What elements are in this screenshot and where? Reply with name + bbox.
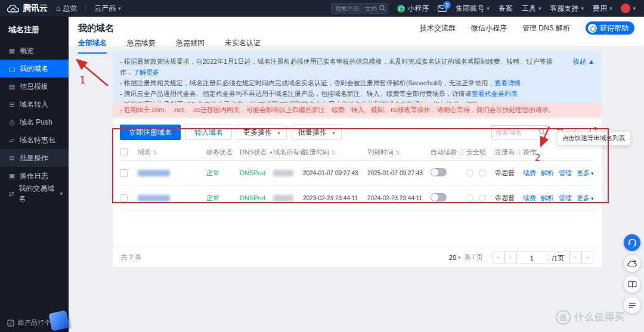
- chevron-down-icon: ▾: [458, 255, 461, 260]
- row-checkbox[interactable]: [120, 169, 128, 177]
- survey-button[interactable]: [624, 297, 640, 314]
- resolve-link[interactable]: 解析: [541, 169, 554, 176]
- feedback-icon: [7, 319, 14, 327]
- search-icon: [538, 128, 546, 135]
- next-page-button[interactable]: ›: [569, 252, 581, 263]
- get-help-button[interactable]: 获得帮助: [586, 21, 634, 35]
- registered-time: 2024-01-07 09:27:43: [303, 160, 367, 185]
- grid-icon: ▦: [8, 47, 16, 55]
- rate-product[interactable]: 给产品打个分: [0, 318, 69, 327]
- sidebar-item-my-domains[interactable]: ▢ 我的域名: [0, 60, 69, 77]
- link-wechat-miniprogram[interactable]: 微信小程序: [471, 23, 507, 33]
- table-header-row: 域名 ⇅ 服务状态 DNS状态 ▼ 域名所有者 注册时间 ⇅ 到期时间 ⇅ 自动…: [120, 145, 595, 160]
- documentation-button[interactable]: [624, 276, 640, 293]
- search-icon: [379, 5, 386, 11]
- current-page-input[interactable]: 1: [516, 252, 547, 263]
- help-icon: [588, 24, 597, 33]
- more-link[interactable]: 更多: [577, 169, 590, 176]
- nav-billing[interactable]: 费用 ▾: [593, 4, 612, 14]
- renew-link[interactable]: 续费: [523, 194, 536, 201]
- sort-icon[interactable]: ⇅: [153, 150, 157, 156]
- domain-name-redacted[interactable]: [138, 195, 170, 201]
- annotation-arrow-1: [77, 60, 108, 86]
- brand[interactable]: 腾讯云: [7, 3, 48, 14]
- topbar: 腾讯云 ⌂ 总览 云产品 ▾ 小程序 9: [0, 0, 644, 17]
- domain-owner-redacted: [273, 195, 293, 201]
- sidebar-item-overview[interactable]: ▦ 概览: [0, 42, 69, 60]
- sort-icon[interactable]: ⇅: [395, 150, 400, 156]
- push-icon: ◎: [8, 119, 16, 126]
- nav-mini-program[interactable]: 小程序: [397, 4, 429, 14]
- transfer-lock-icon[interactable]: [466, 194, 473, 202]
- tencent-cloud-logo-icon: [7, 5, 19, 13]
- domain-name-redacted[interactable]: [138, 170, 170, 176]
- page-size-select[interactable]: 20 ▾: [449, 254, 461, 261]
- sort-icon[interactable]: ⇅: [331, 150, 336, 156]
- more-link[interactable]: 更多: [577, 194, 590, 201]
- new-feature-dot: [594, 127, 597, 130]
- update-lock-icon[interactable]: [479, 169, 486, 177]
- domain-table: 域名 ⇅ 服务状态 DNS状态 ▼ 域名所有者 注册时间 ⇅ 到期时间 ⇅ 自动…: [120, 145, 595, 211]
- select-all-checkbox[interactable]: [120, 148, 128, 156]
- batch-actions-button[interactable]: 批量操作 ▾: [292, 125, 342, 140]
- customer-service-button[interactable]: [624, 234, 640, 251]
- auto-renew-toggle[interactable]: [431, 193, 447, 201]
- open-book-icon: [628, 281, 637, 288]
- info-icon[interactable]: ⓘ: [516, 149, 522, 156]
- sidebar-item-domain-push[interactable]: ◎ 域名 Push: [0, 113, 69, 131]
- link-view-details[interactable]: 查看详情: [494, 79, 521, 86]
- sidebar-item-transfer-in[interactable]: ⊟ 域名转入: [0, 95, 69, 113]
- tab-renew-urgent[interactable]: 急需续费: [127, 38, 156, 54]
- sidebar-item-discount-package[interactable]: ▱ 域名特惠包: [0, 131, 69, 149]
- watermark-text: 什么值得买: [574, 311, 625, 324]
- tab-all-domains[interactable]: 全部域名: [78, 38, 107, 54]
- link-manage-dns[interactable]: 管理 DNS 解析: [522, 23, 570, 33]
- transfer-lock-icon[interactable]: [466, 169, 473, 177]
- collapse-notice-link[interactable]: 收起 ▲: [573, 56, 595, 67]
- tab-redeem-urgent[interactable]: 急需赎回: [176, 38, 205, 54]
- update-lock-icon[interactable]: [479, 194, 486, 202]
- domain-icon: ▢: [8, 65, 16, 73]
- sidebar-item-batch-operations[interactable]: ⧉ 批量操作: [0, 149, 69, 167]
- sidebar-item-my-trading-domains[interactable]: ⇄ 我的交易域名 ▾: [0, 185, 69, 203]
- domain-search[interactable]: [491, 125, 549, 139]
- transfer-domain-button[interactable]: 转入域名: [185, 125, 232, 140]
- manage-link[interactable]: 管理: [559, 194, 572, 201]
- renew-link[interactable]: 续费: [523, 169, 536, 176]
- first-page-button[interactable]: «: [493, 252, 504, 263]
- register-domain-button[interactable]: 立即注册域名: [120, 125, 181, 140]
- auto-renew-toggle[interactable]: [431, 168, 447, 176]
- domain-owner-redacted: [273, 170, 293, 176]
- brand-name: 腾讯云: [23, 3, 48, 14]
- link-voucher-list[interactable]: 查看代金券列表: [472, 90, 518, 97]
- manage-link[interactable]: 管理: [559, 169, 572, 176]
- divider: [85, 5, 86, 12]
- sidebar-item-info-template[interactable]: ▤ 信息模板: [0, 77, 69, 95]
- nav-messages[interactable]: 9: [438, 5, 447, 12]
- tab-not-verified[interactable]: 未实名认证: [225, 38, 261, 54]
- nav-support[interactable]: 客服支持 ▾: [550, 4, 584, 14]
- last-page-button[interactable]: »: [581, 252, 593, 263]
- chevron-down-icon: ▾: [487, 5, 490, 11]
- more-actions-button[interactable]: 更多操作 ▾: [237, 125, 287, 140]
- resolve-link[interactable]: 解析: [541, 194, 554, 201]
- toolbar: 立即注册域名 转入域名 更多操作 ▾ 批量操作 ▾: [113, 119, 602, 145]
- annotation-step-1: 1: [80, 75, 86, 86]
- prev-page-button[interactable]: ‹: [504, 252, 516, 263]
- message-count-badge: 9: [443, 1, 451, 9]
- headset-icon: [628, 238, 637, 247]
- nav-overview[interactable]: ⌂ 总览: [56, 4, 77, 14]
- row-checkbox[interactable]: [120, 194, 128, 202]
- link-tech-group[interactable]: 技术交流群: [420, 23, 456, 33]
- cloud-assistant-button[interactable]: [624, 255, 640, 272]
- topbar-search[interactable]: [331, 3, 388, 14]
- table-row: 正常 DNSPod 2023-02-23 23:44:11 2024-02-23…: [120, 185, 595, 210]
- nav-beian[interactable]: 备案: [499, 4, 513, 14]
- link-learn-more[interactable]: 了解更多: [133, 69, 159, 76]
- nav-group-account[interactable]: 集团账号 ▾: [456, 4, 490, 14]
- nav-products[interactable]: 云产品 ▾: [94, 4, 121, 14]
- sidebar-item-operation-log[interactable]: ▣ 操作日志: [0, 167, 69, 185]
- info-icon[interactable]: ⓘ: [459, 149, 465, 156]
- account-menu[interactable]: ▾: [621, 4, 636, 13]
- nav-tools[interactable]: 工具 ▾: [522, 4, 541, 14]
